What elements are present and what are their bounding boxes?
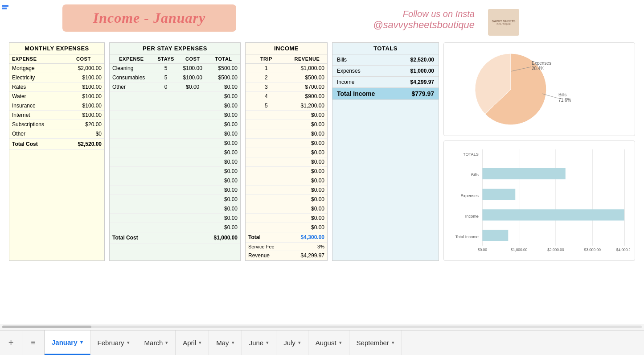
ps-total: $0.00 [207, 83, 240, 92]
income-trip [246, 223, 287, 232]
income-row: $0.00 [246, 139, 327, 148]
chevron-down-icon: ▾ [165, 340, 168, 346]
ps-total: $0.00 [207, 167, 240, 176]
bar-label-income: Income [465, 214, 479, 219]
tab-june[interactable]: June▾ [242, 330, 277, 355]
ps-expense [110, 157, 153, 167]
expense-cost: $0 [63, 129, 104, 139]
pie-label-expenses: Expenses [532, 61, 551, 66]
totals-label: Bills [332, 54, 395, 66]
totals-panel: TOTALS Bills$2,520.00Expenses$1,000.00In… [332, 42, 439, 261]
ps-stays [153, 120, 179, 129]
monthly-expense-row: Other$0 [9, 129, 104, 139]
ps-stays [153, 167, 179, 176]
app-indicator [2, 2, 11, 11]
tab-february[interactable]: February▾ [90, 330, 137, 355]
per-stay-row: $0.00 [110, 195, 240, 204]
monthly-col-cost: COST [63, 54, 104, 64]
ps-cost: $0.00 [178, 83, 207, 92]
tab-september[interactable]: September▾ [349, 330, 402, 355]
chevron-down-icon: ▾ [392, 340, 394, 346]
svg-rect-0 [2, 5, 8, 7]
per-stay-row: $0.00 [110, 214, 240, 223]
x-label-0: $0.00 [478, 248, 487, 252]
ps-total: $0.00 [207, 101, 240, 111]
tab-label: March [144, 339, 163, 347]
income-trip [246, 157, 287, 167]
ps-stays [153, 101, 179, 111]
per-stay-expenses-panel: PER STAY EXPENSES EXPENSE STAYS COST TOT… [109, 42, 241, 261]
ps-total: $0.00 [207, 223, 240, 232]
expense-name: Internet [9, 111, 63, 120]
income-row: $0.00 [246, 195, 327, 204]
ps-stays [153, 157, 179, 167]
totals-label: Expenses [332, 66, 395, 77]
ps-expense [110, 139, 153, 148]
expense-cost: $100.00 [63, 73, 104, 83]
tab-label: January [52, 338, 78, 346]
ps-cost [178, 101, 207, 111]
monthly-total-value: $2,520.00 [63, 139, 104, 150]
ps-total: $0.00 [207, 214, 240, 223]
bar-label-totals: TOTALS [463, 152, 479, 157]
per-stay-row: $0.00 [110, 101, 240, 111]
tab-label: February [98, 339, 124, 347]
tab-may[interactable]: May▾ [209, 330, 242, 355]
totals-row: Bills$2,520.00 [332, 54, 439, 66]
ps-expense [110, 120, 153, 129]
income-trip: 1 [246, 64, 287, 73]
expense-name: Subscriptions [9, 120, 63, 129]
monthly-expense-row: Rates$100.00 [9, 83, 104, 92]
ps-cost [178, 214, 207, 223]
ps-expense [110, 111, 153, 120]
income-trip: 3 [246, 83, 287, 92]
ps-expense [110, 186, 153, 195]
ps-stays [153, 139, 179, 148]
ps-total: $0.00 [207, 157, 240, 167]
income-revenue: $0.00 [287, 148, 327, 157]
totals-header: TOTALS [332, 43, 439, 54]
tab-august[interactable]: August▾ [308, 330, 349, 355]
ps-expense [110, 223, 153, 232]
per-stay-row: Consumables5$100.00$500.00 [110, 73, 240, 83]
monthly-expenses-header: MONTHLY EXPENSES [9, 43, 104, 54]
scrollbar-track[interactable] [2, 326, 642, 328]
totals-value: $1,000.00 [395, 66, 439, 77]
tab-july[interactable]: July▾ [276, 330, 308, 355]
monthly-total-label: Total Cost [9, 139, 63, 150]
income-revenue: $1,000.00 [287, 64, 327, 73]
totals-value: $4,299.97 [395, 77, 439, 88]
totals-highlight-label: Total Income [332, 88, 395, 100]
income-revenue: $0.00 [287, 186, 327, 195]
scrollbar-thumb[interactable] [2, 326, 91, 328]
chevron-down-icon: ▾ [298, 340, 301, 346]
ps-stays [153, 111, 179, 120]
chevron-down-icon: ▾ [199, 340, 201, 346]
ps-total: $500.00 [207, 73, 240, 83]
income-trip [246, 139, 287, 148]
ps-expense [110, 101, 153, 111]
tab-january[interactable]: January▾ [45, 330, 90, 355]
ps-stays [153, 176, 179, 186]
income-revenue: $0.00 [287, 167, 327, 176]
bar-label-expenses: Expenses [460, 194, 479, 198]
ps-cost [178, 176, 207, 186]
ps-stays [153, 223, 179, 232]
expense-name: Water [9, 92, 63, 101]
income-trip [246, 148, 287, 157]
horizontal-scrollbar[interactable] [0, 324, 644, 330]
per-stay-header: PER STAY EXPENSES [110, 43, 240, 54]
sheet-menu-button[interactable]: ≡ [22, 330, 45, 355]
ps-cost: $100.00 [178, 73, 207, 83]
tab-march[interactable]: March▾ [137, 330, 176, 355]
add-sheet-button[interactable]: + [0, 330, 22, 355]
tab-april[interactable]: April▾ [176, 330, 209, 355]
ps-total: $0.00 [207, 120, 240, 129]
tab-label: August [316, 339, 336, 347]
bar-total-income [482, 230, 508, 241]
per-stay-col-total: TOTAL [207, 54, 240, 64]
ps-expense [110, 148, 153, 157]
income-revenue: $500.00 [287, 73, 327, 83]
income-service-fee-label: Service Fee [246, 243, 287, 251]
x-label-3000: $3,000.00 [584, 248, 601, 252]
